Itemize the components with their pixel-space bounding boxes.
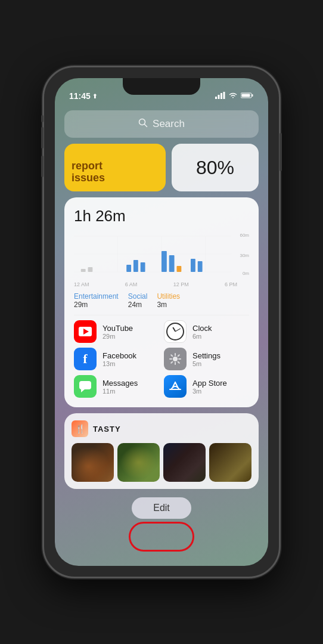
phone-screen: 11:45 ⬆ [55,78,268,566]
category-entertainment-time: 29m [74,301,119,309]
category-utilities: Utilities 3m [157,292,180,309]
appstore-info: App Store 3m [192,379,227,395]
screen-time-widget[interactable]: 1h 26m [64,197,259,407]
settings-info: Settings 5m [192,351,220,367]
appstore-icon [164,375,187,398]
app-item-messages[interactable]: Messages 11m [74,375,159,398]
tasty-brand-label: TASTY [93,425,121,434]
youtube-name: YouTube [103,324,133,333]
signal-icon [215,92,225,101]
settings-name: Settings [192,351,220,360]
x-label-12pm: 12 PM [173,281,189,287]
tasty-header: 🍴 TASTY [72,420,251,437]
content-area: Search report issues 80% 1h 26m [55,104,268,566]
svg-rect-26 [79,381,91,389]
search-bar[interactable]: Search [64,110,259,138]
edit-button-area: Edit [64,497,259,519]
power-button[interactable] [279,133,282,171]
svg-point-25 [173,357,178,361]
battery-icon [241,92,254,101]
svg-rect-1 [218,95,220,99]
tasty-food-2 [117,443,160,482]
svg-rect-2 [220,93,222,99]
svg-rect-22 [176,266,181,272]
category-entertainment-name: Entertainment [74,292,119,301]
battery-percentage: 80% [196,157,234,179]
status-time: 11:45 ⬆ [69,91,97,101]
settings-time: 5m [192,360,220,367]
category-social-name: Social [128,292,148,301]
tasty-widget[interactable]: 🍴 TASTY [64,413,259,489]
x-label-6am: 6 AM [125,281,138,287]
report-issues-widget[interactable]: report issues [64,144,166,191]
messages-time: 11m [103,388,138,395]
report-line1: report [72,160,103,172]
status-icons [215,92,254,101]
y-label-0m: 0m [243,271,249,276]
svg-rect-19 [141,262,145,272]
svg-rect-24 [198,261,203,272]
svg-marker-27 [81,389,85,392]
youtube-info: YouTube 29m [103,324,133,340]
app-item-appstore[interactable]: App Store 3m [164,375,249,398]
app-list: YouTube 29m Clock [74,320,249,398]
svg-rect-23 [191,259,195,272]
svg-line-8 [145,125,147,127]
svg-rect-0 [215,97,217,99]
vol-down-button[interactable] [41,156,44,177]
app-item-clock[interactable]: Clock 6m [164,320,249,343]
tasty-food-1 [72,443,114,482]
phone-outer: 11:45 ⬆ [42,66,281,578]
category-utilities-name: Utilities [157,292,180,301]
chart-svg [74,230,249,278]
y-label-30m: 30m [240,253,249,258]
divider [74,315,249,315]
facebook-icon: f [74,348,97,370]
tasty-food-3 [163,443,206,482]
wifi-icon [228,92,238,101]
appstore-time: 3m [192,388,227,395]
chart-x-labels: 12 AM 6 AM 12 PM 6 PM [74,281,249,287]
clock-time: 6m [192,333,212,340]
svg-rect-6 [242,94,250,97]
category-social: Social 24m [128,292,148,309]
svg-rect-16 [88,267,93,272]
app-item-facebook[interactable]: f Facebook 13m [74,348,159,370]
tasty-food-4 [209,443,251,482]
clock-name: Clock [192,324,212,333]
notch [123,78,200,95]
appstore-name: App Store [192,379,227,388]
messages-info: Messages 11m [103,379,138,395]
vol-up-button[interactable] [41,127,44,148]
app-item-youtube[interactable]: YouTube 29m [74,320,159,343]
x-label-12am: 12 AM [74,281,89,287]
settings-icon [164,348,187,370]
report-line2: issues [72,172,105,184]
messages-icon [74,375,97,398]
tasty-images [72,443,251,482]
battery-widget[interactable]: 80% [172,144,259,191]
svg-rect-15 [81,269,86,272]
clock-icon [164,320,187,343]
tasty-logo-icon: 🍴 [72,420,88,437]
category-utilities-time: 3m [157,301,180,309]
x-label-6pm: 6 PM [225,281,237,287]
time-display: 11:45 [69,91,91,101]
widgets-row: report issues 80% [64,144,259,191]
clock-info: Clock 6m [192,324,212,340]
youtube-icon [74,320,97,343]
svg-rect-17 [126,265,131,272]
svg-rect-21 [169,255,175,272]
report-issues-text: report issues [72,160,159,184]
search-icon [138,118,148,130]
edit-button[interactable]: Edit [132,497,191,519]
location-icon: ⬆ [92,93,97,100]
svg-rect-5 [252,94,253,97]
silent-switch[interactable] [41,115,44,122]
y-label-60m: 60m [240,233,249,238]
app-item-settings[interactable]: Settings 5m [164,348,249,370]
screen-time-title: 1h 26m [74,207,249,225]
screen-time-chart: 60m 30m 0m [74,230,249,278]
youtube-time: 29m [103,333,133,340]
messages-name: Messages [103,379,138,388]
